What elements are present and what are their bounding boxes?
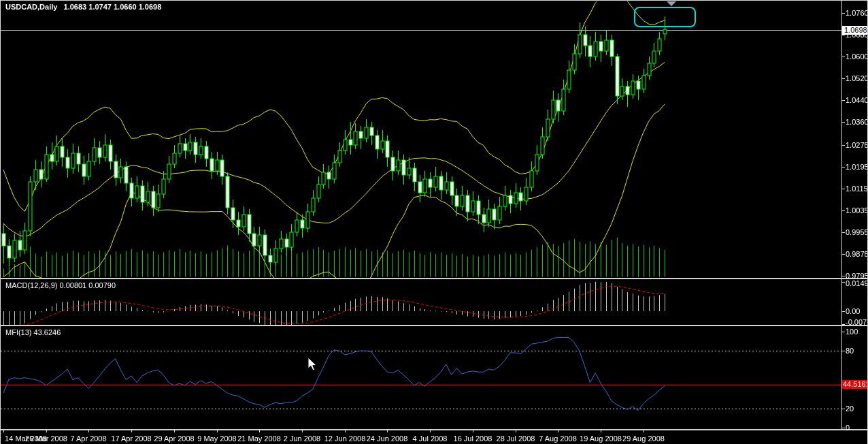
date-label: 21 May 2008: [235, 434, 283, 443]
price-tick-label: 1.0035: [846, 206, 868, 215]
date-label: 7 Aug 2008: [534, 434, 582, 443]
date-label: 7 Apr 2008: [65, 434, 112, 443]
date-label: 26 Mar 2008: [22, 434, 70, 443]
macd-tick-label: 0.01497: [846, 279, 868, 287]
current-price-badge: 1.0698: [842, 26, 868, 35]
price-tick-label: 1.0520: [846, 74, 868, 82]
price-tick-label: 1.0275: [846, 141, 868, 149]
mfi-tick-label: 0: [846, 424, 850, 432]
date-label: 4 Jul 2008: [406, 434, 454, 443]
price-tick-label: 1.0115: [846, 185, 868, 193]
mfi-tick-label: 80: [846, 347, 854, 355]
chart-title-ohlc: USDCAD,Daily 1.0683 1.0747 1.0660 1.0698: [5, 3, 161, 11]
price-tick-label: 1.0440: [846, 96, 868, 104]
price-tick-label: 1.0195: [846, 163, 868, 171]
mfi-indicator-label: MFI(13) 43.6246: [5, 328, 61, 336]
chart-shift-marker-icon: [667, 1, 676, 6]
macd-indicator-label: MACD(12,26,9) 0.00801 0.00790: [5, 281, 116, 289]
mouse-cursor-icon: [307, 357, 318, 372]
macd-tick-label: 0.00: [846, 307, 860, 315]
date-label: 16 Jul 2008: [449, 434, 497, 443]
chart-window: USDCAD,Daily 1.0683 1.0747 1.0660 1.0698…: [0, 0, 868, 444]
macd-tick-label: -0.00714: [846, 318, 868, 326]
date-label: 24 Jun 2008: [363, 434, 411, 443]
mfi-tick-label: 20: [846, 405, 854, 413]
date-label: 2 Jun 2008: [278, 434, 326, 443]
mfi-level-badge: 44.5161: [842, 380, 868, 389]
date-label: 12 Jun 2008: [321, 434, 369, 443]
date-label: 19 Aug 2008: [577, 434, 624, 443]
price-tick-label: 1.0360: [846, 118, 868, 126]
price-tick-label: 1.0600: [846, 52, 868, 61]
drawn-rectangle-object[interactable]: [634, 7, 696, 27]
chart-canvas[interactable]: [1, 1, 868, 444]
price-tick-label: 0.9955: [846, 228, 868, 236]
date-label: 29 Apr 2008: [150, 434, 198, 443]
price-tick-label: 0.9875: [846, 250, 868, 258]
date-label: 28 Jul 2008: [492, 434, 539, 443]
date-label: 9 May 2008: [193, 434, 241, 443]
mfi-tick-label: 100: [846, 328, 858, 336]
date-label: 17 Apr 2008: [107, 434, 155, 443]
price-tick-label: 1.0760: [846, 9, 868, 17]
date-label: 29 Aug 2008: [620, 434, 667, 443]
